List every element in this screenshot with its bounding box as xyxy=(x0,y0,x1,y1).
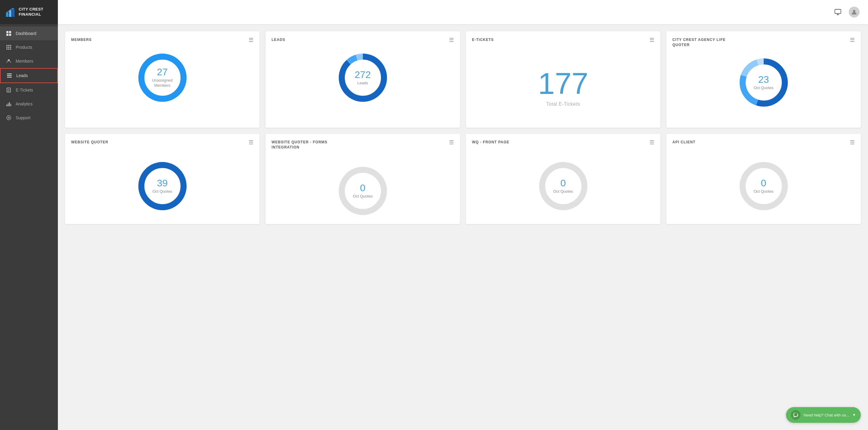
sidebar-item-support[interactable]: Support xyxy=(0,111,58,125)
donut-center: 27 UnassignedMembers xyxy=(152,67,173,88)
svg-rect-1 xyxy=(9,10,11,17)
user-avatar[interactable] xyxy=(849,7,860,18)
donut-label: Oct Quotes xyxy=(153,189,173,194)
svg-point-25 xyxy=(7,115,11,120)
widget-title: LEADS xyxy=(272,37,285,42)
svg-rect-6 xyxy=(6,34,8,36)
widget-header: WEBSITE QUOTER - FORMSINTEGRATION ☰ xyxy=(272,140,454,150)
dashboard-grid: MEMBERS ☰ 27 UnassignedMembers LEADS ☰ xyxy=(58,24,868,430)
sidebar-item-label: Analytics xyxy=(16,101,33,106)
sidebar-item-label: Dashboard xyxy=(16,31,36,36)
widget-website-quoter: WEBSITE QUOTER ☰ 39 Oct Quotes xyxy=(65,134,259,224)
svg-rect-14 xyxy=(6,48,7,50)
donut-chart: 272 Leads xyxy=(336,51,390,105)
widget-menu-icon[interactable]: ☰ xyxy=(850,37,855,43)
sidebar-item-dashboard[interactable]: Dashboard xyxy=(0,27,58,40)
widget-title: E-TICKETS xyxy=(472,37,494,42)
sidebar-item-leads[interactable]: Leads xyxy=(0,68,58,83)
svg-rect-11 xyxy=(6,47,7,48)
widget-header: WQ - FRONT PAGE ☰ xyxy=(472,140,654,145)
chat-widget[interactable]: Need help? Chat with us... ▼ xyxy=(786,407,861,423)
donut-number: 27 xyxy=(152,67,173,77)
svg-rect-16 xyxy=(10,48,11,50)
etickets-icon xyxy=(6,87,11,93)
donut-center: 0 Oct Quotes xyxy=(553,178,573,194)
widget-menu-icon[interactable]: ☰ xyxy=(850,140,855,145)
widget-header: LEADS ☰ xyxy=(272,37,454,43)
donut-center: 0 Oct Quotes xyxy=(754,178,774,194)
widget-header: WEBSITE QUOTER ☰ xyxy=(71,140,253,145)
dashboard-icon xyxy=(6,31,11,36)
widget-menu-icon[interactable]: ☰ xyxy=(249,140,253,145)
svg-rect-20 xyxy=(7,77,12,78)
main-nav: Dashboard Products xyxy=(0,24,58,430)
sidebar-item-label: Members xyxy=(16,59,33,64)
widget-members: MEMBERS ☰ 27 UnassignedMembers xyxy=(65,31,259,128)
donut-label: Oct Quotes xyxy=(754,189,774,194)
widget-header: E-TICKETS ☰ xyxy=(472,37,654,43)
large-number-label: Total E-Tickets xyxy=(547,101,580,107)
svg-rect-15 xyxy=(8,48,9,50)
svg-rect-19 xyxy=(7,75,12,76)
analytics-icon xyxy=(6,101,11,107)
svg-point-30 xyxy=(853,10,855,12)
donut-chart: 27 UnassignedMembers xyxy=(135,51,190,105)
sidebar-item-members[interactable]: Members xyxy=(0,54,58,68)
monitor-icon[interactable] xyxy=(833,7,843,17)
chat-chevron-icon: ▼ xyxy=(852,413,856,417)
topbar xyxy=(58,0,868,24)
donut-label: Oct Quotes xyxy=(353,194,373,199)
donut-center: 0 Oct Quotes xyxy=(353,183,373,199)
donut-chart: 0 Oct Quotes xyxy=(737,159,791,213)
widget-title: WQ - FRONT PAGE xyxy=(472,140,509,145)
brand-name: CITY CREST FINANCIAL xyxy=(19,7,43,17)
widget-title: WEBSITE QUOTER - FORMSINTEGRATION xyxy=(272,140,327,150)
donut-number: 23 xyxy=(754,74,774,84)
donut-number: 272 xyxy=(355,70,371,79)
sidebar-item-analytics[interactable]: Analytics xyxy=(0,97,58,111)
donut-chart: 23 Oct Quotes xyxy=(737,56,791,110)
widget-website-quoter-forms: WEBSITE QUOTER - FORMSINTEGRATION ☰ 0 Oc… xyxy=(266,134,460,224)
svg-point-26 xyxy=(8,117,10,119)
logo-icon xyxy=(5,7,16,18)
donut-number: 39 xyxy=(153,178,173,188)
widget-header: API CLIENT ☰ xyxy=(673,140,855,145)
widget-menu-icon[interactable]: ☰ xyxy=(249,37,253,43)
svg-rect-21 xyxy=(6,104,7,106)
svg-rect-13 xyxy=(10,47,11,48)
svg-rect-2 xyxy=(12,8,14,17)
widget-header: CITY CREST AGENCY LIFEQUOTER ☰ xyxy=(673,37,855,47)
main-content: MEMBERS ☰ 27 UnassignedMembers LEADS ☰ xyxy=(58,0,868,430)
sidebar-item-etickets[interactable]: E-Tickets xyxy=(0,83,58,97)
widget-etickets: E-TICKETS ☰ 177 Total E-Tickets xyxy=(466,31,660,128)
svg-rect-5 xyxy=(9,31,11,33)
support-icon xyxy=(6,115,11,121)
svg-rect-18 xyxy=(7,73,12,74)
donut-label: Oct Quotes xyxy=(754,85,774,90)
donut-center: 272 Leads xyxy=(355,70,371,86)
svg-rect-10 xyxy=(10,45,11,46)
svg-rect-12 xyxy=(8,47,9,48)
sidebar-item-label: Leads xyxy=(16,73,28,78)
members-icon xyxy=(6,58,11,64)
chat-label: Need help? Chat with us... xyxy=(804,413,849,417)
donut-number: 0 xyxy=(353,183,373,192)
svg-rect-8 xyxy=(6,45,7,46)
sidebar-item-label: E-Tickets xyxy=(16,88,33,93)
donut-label: UnassignedMembers xyxy=(152,78,173,88)
widget-header: MEMBERS ☰ xyxy=(71,37,253,43)
widget-menu-icon[interactable]: ☰ xyxy=(449,37,454,43)
widget-menu-icon[interactable]: ☰ xyxy=(650,140,654,145)
sidebar-item-label: Products xyxy=(16,45,32,50)
donut-number: 0 xyxy=(553,178,573,188)
widget-title: CITY CREST AGENCY LIFEQUOTER xyxy=(673,37,725,47)
widget-menu-icon[interactable]: ☰ xyxy=(449,140,454,145)
sidebar-item-products[interactable]: Products xyxy=(0,40,58,54)
widget-leads: LEADS ☰ 272 Leads xyxy=(266,31,460,128)
widget-title: API CLIENT xyxy=(673,140,695,145)
svg-rect-4 xyxy=(6,31,8,33)
widget-city-crest-life: CITY CREST AGENCY LIFEQUOTER ☰ 23 xyxy=(666,31,861,128)
widget-api-client: API CLIENT ☰ 0 Oct Quotes xyxy=(666,134,861,224)
sidebar: CITY CREST FINANCIAL Dashboard xyxy=(0,0,58,430)
widget-menu-icon[interactable]: ☰ xyxy=(650,37,654,43)
